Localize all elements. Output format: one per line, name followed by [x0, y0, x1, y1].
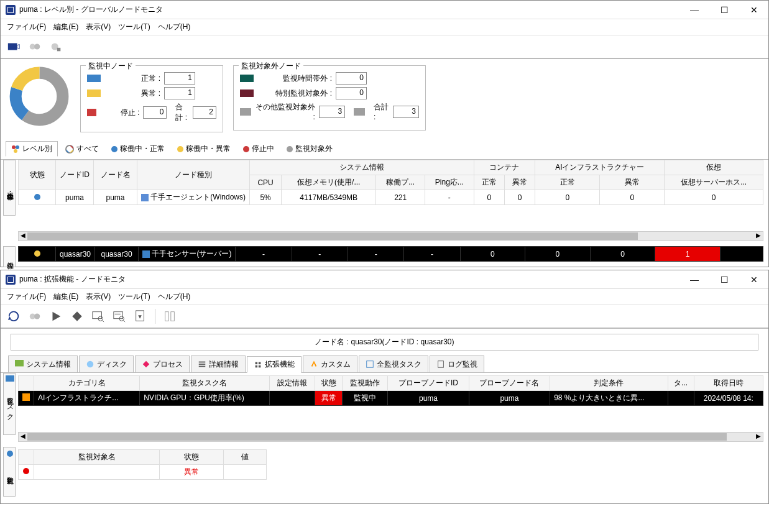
- vtab-abnormal[interactable]: 稼働: [3, 246, 16, 267]
- svg-rect-29: [165, 312, 169, 321]
- table-row[interactable]: puma puma 千手エージェント(Windows) 5% 4117MB/53…: [19, 190, 763, 205]
- menu-help[interactable]: ヘルプ(H): [158, 291, 191, 302]
- vtab-normal[interactable]: 稼働中・正常: [3, 160, 16, 216]
- menu-edit[interactable]: 編集(E): [53, 22, 78, 32]
- h-scrollbar[interactable]: ◀▶: [18, 231, 763, 241]
- svg-rect-36: [199, 366, 206, 367]
- svg-marker-28: [138, 315, 142, 319]
- tab-excluded[interactable]: 監視対象外: [282, 142, 338, 156]
- global-monitor-window: puma : レベル別 - グローバルノードモニタ — ☐ ✕ ファイル(F) …: [0, 0, 769, 267]
- menu-tools[interactable]: ツール(T): [118, 291, 150, 302]
- maximize-button[interactable]: ☐: [715, 5, 734, 15]
- svg-marker-33: [143, 361, 150, 368]
- svg-point-3: [34, 44, 40, 49]
- minimize-button[interactable]: —: [685, 275, 704, 285]
- svg-rect-41: [367, 361, 374, 368]
- tab-all-tasks[interactable]: 全監視タスク: [359, 355, 428, 372]
- menu-tools[interactable]: ツール(T): [118, 22, 150, 32]
- window-controls: — ☐ ✕: [685, 275, 763, 285]
- svg-point-46: [23, 468, 29, 474]
- menu-edit[interactable]: 編集(E): [53, 291, 78, 302]
- node-monitor-window: puma : 拡張機能 - ノードモニタ — ☐ ✕ ファイル(F) 編集(E)…: [0, 270, 769, 504]
- record-icon[interactable]: [4, 38, 23, 55]
- play-icon[interactable]: [47, 308, 65, 325]
- inspect1-icon[interactable]: [89, 308, 108, 325]
- tab-disk[interactable]: ディスク: [79, 355, 134, 372]
- abnormal-count: 1: [164, 87, 195, 99]
- menu-help[interactable]: ヘルプ(H): [158, 22, 191, 32]
- gears-icon[interactable]: [25, 308, 44, 325]
- inspect2-icon[interactable]: [110, 308, 129, 325]
- app-icon: [6, 5, 16, 15]
- svg-rect-43: [6, 375, 14, 382]
- tab-running-abnormal[interactable]: 稼働中・異常: [172, 142, 236, 156]
- monitored-fieldset: 監視中ノード 正常 :1 異常 :1 停止 :0合計 :2: [80, 65, 223, 132]
- status-dot-icon: [34, 250, 40, 257]
- monitored-legend: 監視中ノード: [86, 61, 136, 71]
- dot-icon: [243, 146, 249, 152]
- target-corner-icon: [6, 449, 16, 459]
- outside-hours-count: 0: [336, 72, 367, 85]
- row-icon: [22, 393, 30, 401]
- menu-file[interactable]: ファイル(F): [7, 291, 46, 302]
- menu-file[interactable]: ファイル(F): [7, 22, 46, 32]
- tab-detail[interactable]: 詳細情報: [191, 355, 246, 372]
- tab-process[interactable]: プロセス: [135, 355, 190, 372]
- titlebar: puma : 拡張機能 - ノードモニタ — ☐ ✕: [1, 270, 768, 289]
- monitored-total: 2: [193, 106, 216, 119]
- swatch-outside-hours: [240, 75, 254, 82]
- normal-grid-area: 稼働中・正常 状態 ノードID ノード名 ノード種別 システム情報 コンテナ A…: [1, 160, 768, 246]
- status-dot-icon: [34, 194, 40, 200]
- tab-custom[interactable]: カスタム: [303, 355, 357, 372]
- target-section: 監視対象 監視対象名 状態 値 異常: [1, 447, 768, 503]
- columns-icon[interactable]: [160, 308, 179, 325]
- task-table: カテゴリ名 監視タスク名 設定情報 状態 監視動作 プローブノードID プローブ…: [18, 375, 763, 406]
- swatch-abnormal: [87, 89, 101, 97]
- minimize-button[interactable]: —: [685, 5, 704, 15]
- gear-stop-icon[interactable]: [47, 38, 65, 55]
- h-scrollbar[interactable]: ◀▶: [18, 432, 763, 442]
- close-button[interactable]: ✕: [745, 275, 763, 285]
- tab-extension[interactable]: 拡張機能: [247, 356, 302, 373]
- page-arrow-icon[interactable]: [131, 308, 150, 325]
- target-table: 監視対象名 状態 値 異常: [18, 449, 267, 480]
- svg-rect-40: [259, 365, 261, 367]
- svg-rect-19: [72, 311, 82, 321]
- svg-rect-34: [199, 362, 206, 363]
- excluded-total: 3: [393, 106, 419, 118]
- toolbar: [1, 305, 768, 329]
- table-row[interactable]: AIインフラストラクチ... NVIDIA GPU：GPU使用率(%) 異常 監…: [19, 391, 763, 406]
- tab-all[interactable]: すべて: [60, 142, 104, 156]
- close-button[interactable]: ✕: [745, 5, 763, 15]
- svg-marker-1: [17, 44, 20, 48]
- tab-log[interactable]: ログ監視: [430, 355, 484, 372]
- svg-rect-30: [171, 312, 175, 321]
- svg-marker-18: [53, 312, 61, 321]
- svg-rect-20: [93, 312, 102, 319]
- tab-stopped[interactable]: 停止中: [238, 142, 279, 156]
- detail-tabs: システム情報 ディスク プロセス 詳細情報 拡張機能 カスタム 全監視タスク ロ…: [1, 355, 768, 373]
- summary-panel: 監視中ノード 正常 :1 異常 :1 停止 :0合計 :2 監視対象外ノード 監…: [1, 59, 768, 139]
- svg-marker-15: [8, 316, 12, 320]
- svg-rect-35: [199, 364, 206, 365]
- donut-chart: [8, 65, 70, 127]
- menu-view[interactable]: 表示(V): [86, 291, 111, 302]
- svg-point-17: [34, 313, 40, 319]
- refresh-icon[interactable]: [4, 308, 23, 325]
- swatch-special-excl: [240, 89, 254, 97]
- maximize-button[interactable]: ☐: [715, 275, 734, 285]
- gears-icon[interactable]: [25, 38, 44, 55]
- swatch-other-excl: [240, 108, 251, 116]
- app-icon: [6, 275, 16, 285]
- svg-rect-31: [15, 360, 24, 367]
- tab-by-level[interactable]: レベル別: [6, 141, 58, 157]
- svg-rect-0: [8, 44, 17, 50]
- table-row[interactable]: 異常: [19, 465, 267, 480]
- diamond-icon[interactable]: [68, 308, 86, 325]
- svg-point-9: [12, 145, 16, 149]
- table-row[interactable]: quasar30 quasar30 千手センサー(サーバー) - - - - 0…: [19, 247, 763, 262]
- svg-rect-38: [259, 362, 261, 364]
- tab-system-info[interactable]: システム情報: [8, 355, 78, 372]
- tab-running-normal[interactable]: 稼働中・正常: [106, 142, 170, 156]
- menu-view[interactable]: 表示(V): [86, 22, 111, 32]
